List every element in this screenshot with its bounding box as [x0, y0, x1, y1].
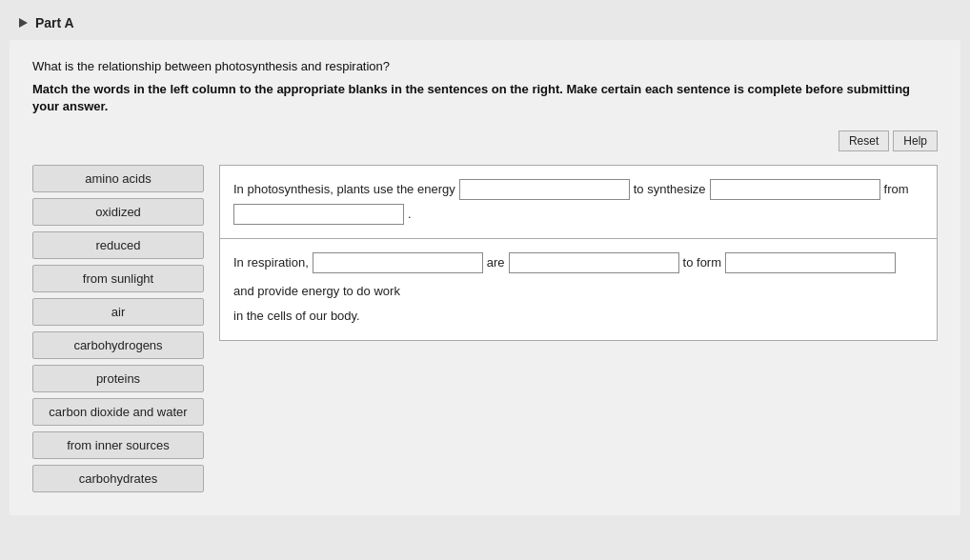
s1-post: from [884, 177, 909, 202]
s2-end: in the cells of our body. [233, 304, 360, 329]
s1-period: . [408, 202, 412, 227]
word-box-from-inner-sources[interactable]: from inner sources [32, 431, 204, 459]
question-text: What is the relationship between photosy… [32, 59, 938, 73]
s2-pre: In respiration, [233, 250, 309, 275]
collapse-icon[interactable] [19, 18, 28, 28]
word-box-oxidized[interactable]: oxidized [32, 198, 204, 226]
sentence-box-1: In photosynthesis, plants use the energy… [219, 165, 938, 238]
sentence-line-1: In photosynthesis, plants use the energy… [233, 177, 923, 202]
s1-mid: to synthesize [634, 177, 706, 202]
sentence-line-2a: In respiration, are to form and provide … [233, 250, 923, 304]
word-box-reduced[interactable]: reduced [32, 231, 204, 259]
sentence-box-2: In respiration, are to form and provide … [219, 238, 938, 341]
right-column: In photosynthesis, plants use the energy… [219, 165, 938, 341]
blank-1b[interactable] [710, 179, 880, 200]
main-content: What is the relationship between photosy… [10, 40, 960, 515]
blank-2b[interactable] [509, 252, 679, 273]
blank-2c[interactable] [725, 252, 896, 273]
s1-pre: In photosynthesis, plants use the energy [233, 177, 455, 202]
s2-post: and provide energy to do work [233, 279, 400, 304]
toolbar: Reset Help [32, 130, 938, 151]
s2-mid1: are [487, 250, 505, 275]
word-box-from-sunlight[interactable]: from sunlight [32, 265, 204, 292]
match-area: amino acidsoxidizedreducedfrom sunlighta… [32, 165, 938, 492]
sentence-line-2b: in the cells of our body. [233, 304, 923, 329]
blank-1c[interactable] [233, 204, 404, 225]
word-box-air[interactable]: air [32, 298, 204, 326]
word-box-carbohydrates[interactable]: carbohydrates [32, 465, 204, 492]
help-button[interactable]: Help [893, 130, 938, 151]
page-container: Part A What is the relationship between … [0, 0, 970, 560]
s2-mid2: to form [683, 250, 721, 275]
word-box-amino-acids[interactable]: amino acids [32, 165, 204, 192]
part-label: Part A [35, 15, 74, 30]
word-box-proteins[interactable]: proteins [32, 365, 204, 392]
instruction-text: Match the words in the left column to th… [32, 81, 938, 115]
word-box-carbon-dioxide-and-water[interactable]: carbon dioxide and water [32, 398, 204, 426]
sentence-line-1b: . [233, 202, 923, 227]
part-header: Part A [0, 15, 970, 40]
blank-2a[interactable] [313, 252, 483, 273]
word-box-carbohydrogens[interactable]: carbohydrogens [32, 331, 204, 359]
blank-1a[interactable] [459, 179, 630, 200]
left-column: amino acidsoxidizedreducedfrom sunlighta… [32, 165, 204, 492]
reset-button[interactable]: Reset [839, 130, 889, 151]
